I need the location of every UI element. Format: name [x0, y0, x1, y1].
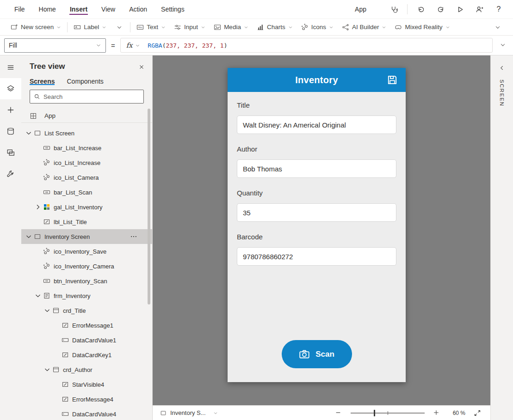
- tree-item-gal-list-inventory[interactable]: gal_List_Inventory: [21, 200, 152, 214]
- charts-menu[interactable]: Charts: [253, 19, 297, 35]
- app-preview[interactable]: Inventory Title Walt Disney: An Americal…: [228, 68, 406, 382]
- tree-item-starvisible4[interactable]: StarVisible4: [21, 377, 152, 392]
- tree-item-ico-inventory-camera[interactable]: ico_Inventory_Camera: [21, 259, 152, 274]
- icons-icon: [43, 174, 50, 181]
- chevron-down-icon[interactable]: [34, 292, 42, 299]
- chevron-down-icon: [244, 25, 248, 30]
- scan-button[interactable]: Scan: [282, 340, 352, 368]
- media-menu[interactable]: Media: [210, 19, 253, 35]
- icons-menu[interactable]: Icons: [297, 19, 338, 35]
- zoom-percentage[interactable]: 60 %: [449, 410, 465, 416]
- new-screen-button[interactable]: New screen: [6, 19, 65, 35]
- tree-item-app[interactable]: App: [21, 109, 152, 123]
- tab-screens[interactable]: Screens: [30, 78, 55, 85]
- screen-panel-tab[interactable]: SCREEN: [499, 79, 505, 107]
- chevron-down-icon[interactable]: [25, 233, 32, 240]
- tree-item-inventory-screen[interactable]: Inventory Screen: [21, 229, 152, 244]
- barcode-input[interactable]: 9780786860272: [237, 247, 396, 266]
- more-options-icon[interactable]: [130, 233, 137, 240]
- app-header-title: Inventory: [295, 75, 338, 85]
- input-menu[interactable]: Input: [170, 19, 210, 35]
- tree-item-ico-list-camera[interactable]: ico_List_Camera: [21, 170, 152, 185]
- formula-function: RGBA: [148, 42, 162, 49]
- chevron-down-icon[interactable]: [43, 366, 51, 373]
- tree-item-label: gal_List_Inventory: [54, 204, 103, 211]
- tree-item-lbl-list-title[interactable]: lbl_List_Title: [21, 214, 152, 229]
- tree-scrollbar[interactable]: [148, 109, 150, 304]
- menu-action[interactable]: Action: [122, 0, 154, 18]
- label-control-icon: [62, 381, 69, 388]
- close-icon[interactable]: [138, 64, 145, 70]
- menu-insert[interactable]: Insert: [63, 0, 94, 18]
- tree-search-box[interactable]: [30, 90, 144, 103]
- zoom-out-icon[interactable]: [335, 409, 342, 417]
- chevron-down-icon: [445, 25, 450, 30]
- zoom-slider-thumb[interactable]: [374, 410, 375, 416]
- tree-item-bar-list-increase[interactable]: bar_List_Increase: [21, 140, 152, 155]
- chevron-down-icon[interactable]: [25, 129, 32, 137]
- advanced-tools-icon[interactable]: [0, 163, 21, 184]
- mixed-reality-icon: [395, 24, 402, 31]
- tree-item-errormessage4[interactable]: ErrorMessage4: [21, 392, 152, 407]
- share-user-icon[interactable]: [473, 3, 485, 15]
- tree-item-crd-title[interactable]: crd_Title: [21, 303, 152, 318]
- chevron-down-icon[interactable]: [43, 307, 51, 314]
- formula-expression[interactable]: RGBA(237, 237, 237, 1): [148, 42, 227, 49]
- menu-home[interactable]: Home: [32, 0, 63, 18]
- app-checker-icon[interactable]: [388, 3, 400, 15]
- search-input[interactable]: [43, 93, 140, 100]
- tree-item-label: ico_List_Camera: [54, 174, 99, 181]
- insert-ribbon: New screen Label Text Input Media Charts…: [0, 18, 513, 36]
- fit-to-window-icon[interactable]: [474, 409, 481, 417]
- preview-play-icon[interactable]: [454, 3, 466, 15]
- menu-view[interactable]: View: [94, 0, 122, 18]
- help-icon[interactable]: ?: [493, 3, 505, 15]
- ai-builder-menu[interactable]: AI Builder: [338, 19, 391, 35]
- zoom-in-icon[interactable]: [433, 409, 440, 417]
- tree-item-bar-list-scan[interactable]: bar_List_Scan: [21, 185, 152, 200]
- chevron-left-icon[interactable]: [499, 65, 505, 71]
- ribbon-overflow-expander[interactable]: [489, 19, 507, 35]
- redo-icon[interactable]: [434, 3, 446, 15]
- quantity-input[interactable]: 35: [237, 203, 396, 222]
- design-canvas[interactable]: Inventory Title Walt Disney: An Americal…: [153, 55, 490, 405]
- undo-icon[interactable]: [415, 3, 427, 15]
- zoom-slider[interactable]: [351, 413, 425, 414]
- menu-file[interactable]: File: [7, 0, 32, 18]
- insert-icon[interactable]: [0, 99, 21, 121]
- tree-view-icon[interactable]: [0, 78, 21, 99]
- tree-item-list-screen[interactable]: List Screen: [21, 126, 152, 140]
- tree-item-datacardkey1[interactable]: DataCardKey1: [21, 347, 152, 362]
- card-icon: [52, 366, 60, 373]
- formula-bar-expander[interactable]: [497, 42, 509, 49]
- collapse-menu-icon[interactable]: [0, 57, 21, 78]
- chevron-down-icon: [382, 25, 386, 30]
- media-rail-icon[interactable]: [0, 142, 21, 163]
- author-input[interactable]: Bob Thomas: [237, 159, 396, 178]
- tree-item-datacardvalue1[interactable]: DataCardValue1: [21, 333, 152, 347]
- chevron-right-icon[interactable]: [34, 203, 42, 211]
- right-properties-rail[interactable]: SCREEN: [490, 55, 513, 420]
- tree-item-frm-inventory[interactable]: frm_Inventory: [21, 288, 152, 303]
- app-header[interactable]: Inventory: [228, 68, 406, 92]
- fx-label[interactable]: fx: [126, 42, 133, 49]
- data-sources-icon[interactable]: [0, 121, 21, 142]
- property-selector[interactable]: Fill: [4, 38, 106, 53]
- label-button[interactable]: Label: [69, 19, 111, 35]
- menu-settings[interactable]: Settings: [154, 0, 192, 18]
- tree-item-btn-inventory-scan[interactable]: btn_Inventory_Scan: [21, 274, 152, 288]
- save-icon[interactable]: [386, 74, 398, 86]
- label-dropdown-expander[interactable]: [111, 19, 128, 35]
- screen-selector[interactable]: Inventory S...: [160, 409, 218, 416]
- tree-item-crd-author[interactable]: crd_Author: [21, 362, 152, 377]
- formula-input[interactable]: fx RGBA(237, 237, 237, 1): [120, 38, 493, 53]
- tree-item-ico-list-increase[interactable]: ico_List_Increase: [21, 155, 152, 170]
- tree-item-datacardvalue4[interactable]: DataCardValue4: [21, 407, 152, 420]
- mixed-reality-menu[interactable]: Mixed Reality: [390, 19, 454, 35]
- tree-item-ico-inventory-save[interactable]: ico_Inventory_Save: [21, 244, 152, 259]
- tree-item-errormessage1[interactable]: ErrorMessage1: [21, 318, 152, 333]
- title-input[interactable]: Walt Disney: An Americal Original: [237, 116, 396, 134]
- equals-sign: =: [110, 42, 116, 49]
- tab-components[interactable]: Components: [67, 78, 103, 85]
- text-menu[interactable]: Text: [132, 19, 170, 35]
